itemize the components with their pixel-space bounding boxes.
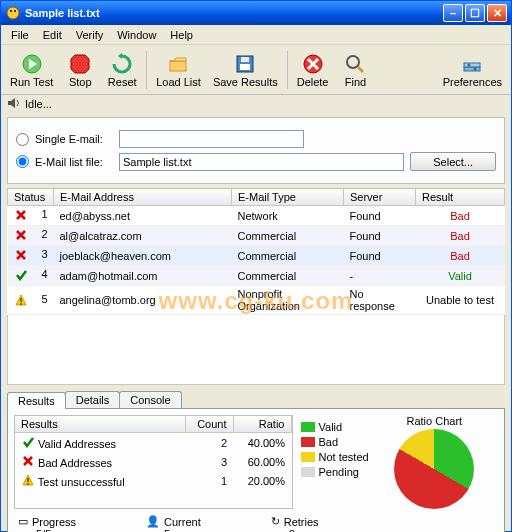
col-address[interactable]: E-Mail Address [54,189,232,206]
table-row[interactable]: 2al@alcatraz.comCommercialFoundBad [8,226,505,246]
results-row: Test unsuccessful120.00% [15,471,291,490]
cell-type: Commercial [232,246,344,266]
svg-point-2 [14,10,16,12]
person-icon: 👤 [146,515,160,528]
reset-icon [110,52,134,76]
run-test-label: Run Test [10,76,53,88]
cell-type: Commercial [232,226,344,246]
menu-help[interactable]: Help [164,27,199,43]
rescol-count[interactable]: Count [185,416,233,433]
preferences-button[interactable]: Preferences [438,49,507,91]
menubar: File Edit Verify Window Help [1,25,511,45]
cell-address: joeblack@heaven.com [54,246,232,266]
chart-legend: Valid Bad Not tested Pending [301,415,371,509]
cell-address: angelina@tomb.org [54,286,232,315]
maximize-button[interactable]: ☐ [465,4,485,22]
retry-icon: ↻ [271,515,280,528]
col-status[interactable]: Status [8,189,54,206]
cell-server: - [344,266,416,286]
menu-verify[interactable]: Verify [70,27,110,43]
cell-server: Found [344,226,416,246]
stop-label: Stop [69,76,92,88]
menu-edit[interactable]: Edit [37,27,68,43]
titlebar[interactable]: Sample list.txt – ☐ ✕ [1,1,511,25]
cell-address: ed@abyss.net [54,206,232,226]
play-icon [20,52,44,76]
table-row[interactable]: 4adam@hotmail.comCommercial-Valid [8,266,505,286]
cell-type: Network [232,206,344,226]
tab-results[interactable]: Results [7,392,66,409]
swatch-bad [301,437,315,447]
valid-icon [21,435,35,449]
folder-open-icon [167,52,191,76]
chart-title: Ratio Chart [371,415,498,427]
swatch-valid [301,422,315,432]
legend-valid: Valid [319,421,343,433]
rescol-ratio[interactable]: Ratio [233,416,291,433]
menu-file[interactable]: File [5,27,35,43]
progress-value: 5/5 [36,528,76,532]
save-results-button[interactable]: Save Results [208,49,283,91]
cell-result: Bad [416,246,505,266]
tab-console[interactable]: Console [119,391,181,408]
rescol-results[interactable]: Results [15,416,185,433]
svg-point-20 [474,67,477,70]
single-email-input[interactable] [119,130,304,148]
table-row[interactable]: 3joeblack@heaven.comCommercialFoundBad [8,246,505,266]
svg-rect-7 [170,61,186,71]
search-icon [343,52,367,76]
ratio-pie-chart [394,429,474,509]
find-label: Find [345,76,366,88]
stop-icon [68,52,92,76]
load-list-label: Load List [156,76,201,88]
progress-label: Progress [32,516,76,528]
stop-button[interactable]: Stop [60,49,100,91]
svg-rect-10 [240,64,250,70]
col-server[interactable]: Server [344,189,416,206]
close-button[interactable]: ✕ [487,4,507,22]
svg-point-15 [347,56,359,68]
find-button[interactable]: Find [335,49,375,91]
svg-rect-17 [464,67,480,71]
gear-icon [460,52,484,76]
load-list-button[interactable]: Load List [151,49,206,91]
table-row[interactable]: 5angelina@tomb.orgNonprofit Organization… [8,286,505,315]
email-list-file-label: E-Mail list file: [35,156,113,168]
legend-bad: Bad [319,436,339,448]
delete-icon [301,52,325,76]
svg-point-0 [7,7,19,19]
results-row: Bad Addresses360.00% [15,452,291,471]
col-type[interactable]: E-Mail Type [232,189,344,206]
retries-value: 0 [289,528,319,532]
legend-nottested: Not tested [319,451,369,463]
single-email-radio[interactable] [16,133,29,146]
col-result[interactable]: Result [416,189,505,206]
tab-details[interactable]: Details [65,391,121,408]
reset-button[interactable]: Reset [102,49,142,91]
select-file-button[interactable]: Select... [410,152,496,171]
email-list-file-input[interactable] [119,153,404,171]
toolbar-separator [146,51,147,89]
email-table: Status E-Mail Address E-Mail Type Server… [7,188,505,315]
menu-window[interactable]: Window [111,27,162,43]
warn-icon [14,293,28,307]
cell-result: Bad [416,206,505,226]
current-value: 5 [164,528,201,532]
results-panel: Results Count Ratio Valid Addresses240.0… [7,408,505,532]
progress-icon: ▭ [18,515,28,528]
email-list-file-radio[interactable] [16,155,29,168]
table-row[interactable]: 1ed@abyss.netNetworkFoundBad [8,206,505,226]
minimize-button[interactable]: – [443,4,463,22]
toolbar-separator [287,51,288,89]
current-label: Current [164,516,201,528]
delete-button[interactable]: Delete [292,49,334,91]
app-icon [5,5,21,21]
run-test-button[interactable]: Run Test [5,49,58,91]
app-window: Sample list.txt – ☐ ✕ File Edit Verify W… [0,0,512,532]
cell-type: Commercial [232,266,344,286]
window-title: Sample list.txt [25,7,443,19]
svg-point-19 [468,63,471,66]
save-icon [233,52,257,76]
table-empty-area [7,315,505,385]
preferences-label: Preferences [443,76,502,88]
